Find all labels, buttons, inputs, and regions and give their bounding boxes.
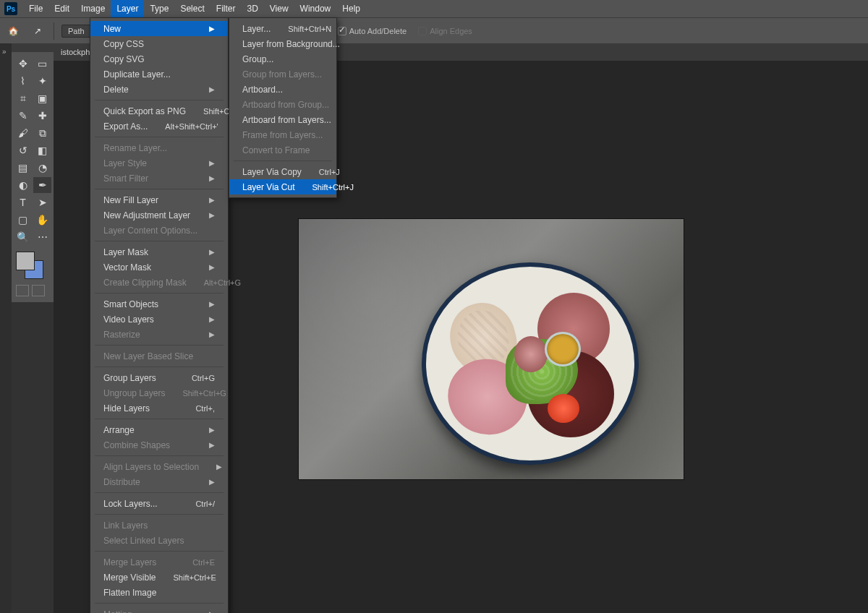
standard-mode-icon[interactable]: [16, 285, 29, 296]
menu-item-label: Hide Layers: [103, 403, 150, 413]
menu-item-hide-layers[interactable]: Hide LayersCtrl+,: [90, 400, 228, 416]
menu-item-group-layers[interactable]: Group LayersCtrl+G: [90, 370, 228, 385]
menu-item-layer-mask[interactable]: Layer Mask▶: [90, 244, 228, 260]
menu-item-artboard[interactable]: Artboard...: [229, 82, 336, 97]
menu-item-copy-svg[interactable]: Copy SVG: [90, 51, 228, 67]
menu-select[interactable]: Select: [174, 0, 210, 17]
history-brush-tool[interactable]: ↺: [14, 142, 32, 158]
separator: [95, 366, 224, 367]
menu-item-layer-via-copy[interactable]: Layer Via CopyCtrl+J: [229, 164, 336, 179]
menu-item-flatten-image[interactable]: Flatten Image: [90, 585, 228, 600]
menu-3d[interactable]: 3D: [241, 0, 263, 17]
menu-item-quick-export-as-png[interactable]: Quick Export as PNGShift+Ctrl+': [90, 103, 228, 119]
menu-item-layer-from-background[interactable]: Layer from Background...: [229, 36, 336, 51]
menu-item-new[interactable]: New▶: [90, 21, 228, 36]
foreground-color-swatch[interactable]: [16, 252, 35, 270]
rectangle-tool[interactable]: ▢: [14, 212, 32, 228]
quick-select-tool[interactable]: ✦: [33, 73, 51, 89]
hand-tool[interactable]: ✋: [33, 212, 51, 228]
tools-panel: ✥▭⌇✦⌗▣✎✚🖌⧉↺◧▤◔◐✒T➤▢✋🔍⋯: [12, 52, 54, 302]
menu-view[interactable]: View: [264, 0, 294, 17]
menu-item-new-fill-layer[interactable]: New Fill Layer▶: [90, 192, 228, 207]
menu-item-new-layer-based-slice: New Layer Based Slice: [90, 348, 228, 364]
menu-item-copy-css[interactable]: Copy CSS: [90, 36, 228, 51]
menu-image[interactable]: Image: [75, 0, 111, 17]
zoom-tool[interactable]: 🔍: [14, 229, 32, 245]
spot-heal-tool[interactable]: ✚: [33, 108, 51, 124]
menu-window[interactable]: Window: [294, 0, 337, 17]
shortcut-label: Ctrl+E: [192, 558, 215, 567]
lasso-tool[interactable]: ⌇: [14, 73, 32, 89]
menu-item-merge-visible[interactable]: Merge VisibleShift+Ctrl+E: [90, 570, 228, 585]
move-tool[interactable]: ✥: [14, 56, 32, 72]
eyedropper-tool[interactable]: ✎: [14, 108, 32, 124]
frame-tool[interactable]: ▣: [33, 90, 51, 106]
menu-item-label: Combine Shapes: [103, 440, 170, 450]
menu-item-label: Convert to Frame: [242, 145, 310, 155]
path-mode-button[interactable]: Path: [61, 25, 91, 38]
separator: [95, 345, 224, 346]
type-tool[interactable]: T: [14, 194, 32, 210]
menu-item-lock-layers[interactable]: Lock Layers...Ctrl+/: [90, 496, 228, 511]
menu-item-new-adjustment-layer[interactable]: New Adjustment Layer▶: [90, 207, 228, 223]
align-edges-checkbox[interactable]: [418, 27, 427, 35]
separator: [95, 137, 224, 137]
separator: [95, 189, 224, 189]
crop-tool[interactable]: ⌗: [14, 90, 32, 106]
eraser-tool[interactable]: ◧: [33, 142, 51, 158]
menu-item-label: Layer Via Copy: [242, 167, 302, 177]
gradient-tool[interactable]: ▤: [14, 160, 32, 176]
menu-item-align-layers-to-selection: Align Layers to Selection▶: [90, 459, 228, 474]
menu-edit[interactable]: Edit: [48, 0, 75, 17]
menu-item-vector-mask[interactable]: Vector Mask▶: [90, 260, 228, 275]
separator: [95, 551, 224, 552]
menu-item-label: Group...: [242, 54, 273, 64]
shortcut-label: Ctrl+/: [195, 500, 215, 508]
menu-item-duplicate-layer[interactable]: Duplicate Layer...: [90, 67, 228, 82]
quickmask-mode-icon[interactable]: [32, 285, 45, 296]
brush-tool[interactable]: 🖌: [14, 125, 32, 141]
menu-help[interactable]: Help: [336, 0, 366, 17]
shortcut-label: Alt+Ctrl+G: [204, 278, 241, 287]
blur-tool[interactable]: ◔: [33, 160, 51, 176]
pen-tool[interactable]: ✒: [33, 177, 51, 193]
menu-item-combine-shapes: Combine Shapes▶: [90, 437, 228, 453]
menu-item-arrange[interactable]: Arrange▶: [90, 422, 228, 437]
auto-add-delete-checkbox[interactable]: [338, 27, 346, 35]
menu-item-video-layers[interactable]: Video Layers▶: [90, 312, 228, 327]
share-icon[interactable]: ↗: [29, 22, 46, 40]
expand-icon[interactable]: »: [2, 48, 9, 56]
menu-item-smart-objects[interactable]: Smart Objects▶: [90, 296, 228, 312]
dodge-tool[interactable]: ◐: [14, 177, 32, 193]
new-submenu: Layer...Shift+Ctrl+NLayer from Backgroun…: [229, 17, 337, 198]
menu-item-layer-via-cut[interactable]: Layer Via CutShift+Ctrl+J: [229, 179, 336, 194]
menu-item-artboard-from-layers[interactable]: Artboard from Layers...: [229, 112, 336, 127]
submenu-arrow-icon: ▶: [209, 263, 215, 271]
menu-item-label: Group Layers: [103, 373, 156, 383]
menu-item-layer[interactable]: Layer...Shift+Ctrl+N: [229, 21, 336, 36]
edit-toolbar[interactable]: ⋯: [33, 229, 51, 245]
shortcut-label: Ctrl+,: [195, 404, 215, 413]
menu-item-label: Matting: [103, 609, 132, 614]
menu-file[interactable]: File: [23, 0, 48, 17]
menu-item-group-from-layers: Group from Layers...: [229, 67, 336, 82]
menu-item-label: Layer from Background...: [242, 39, 340, 49]
marquee-tool[interactable]: ▭: [33, 56, 51, 72]
clone-stamp-tool[interactable]: ⧉: [33, 125, 51, 141]
menu-bar: Ps FileEditImageLayerTypeSelectFilter3DV…: [0, 0, 868, 17]
menu-filter[interactable]: Filter: [210, 0, 242, 17]
submenu-arrow-icon: ▶: [209, 426, 215, 434]
menu-type[interactable]: Type: [144, 0, 174, 17]
separator: [95, 100, 224, 100]
path-select-tool[interactable]: ➤: [33, 194, 51, 210]
menu-item-group[interactable]: Group...: [229, 51, 336, 67]
separator: [234, 160, 332, 161]
document-image[interactable]: [298, 218, 684, 480]
menu-item-export-as[interactable]: Export As...Alt+Shift+Ctrl+': [90, 119, 228, 134]
menu-item-delete[interactable]: Delete▶: [90, 82, 228, 97]
separator: [95, 514, 224, 515]
home-icon[interactable]: 🏠: [4, 22, 22, 40]
menu-layer[interactable]: Layer: [111, 0, 144, 17]
menu-item-label: Copy CSS: [103, 39, 144, 49]
submenu-arrow-icon: ▶: [209, 478, 215, 486]
